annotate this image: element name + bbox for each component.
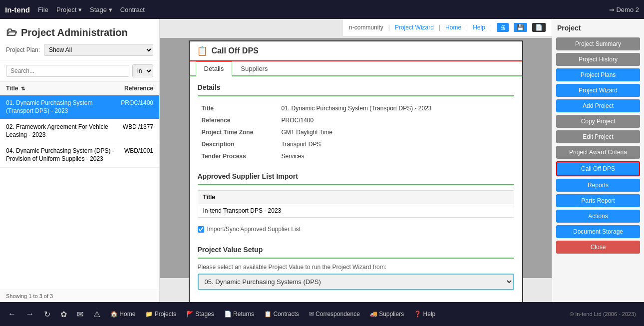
nav-contract[interactable]: Contract <box>120 6 145 13</box>
sidebar-header: 🗁 Project Administration Project Plan: S… <box>0 19 159 60</box>
col-reference: Reference <box>124 85 153 92</box>
document-storage-button[interactable]: Document Storage <box>556 225 640 238</box>
project-title: 02. Framework Agreement For Vehicle Leas… <box>6 123 119 139</box>
actions-button[interactable]: Actions <box>556 210 640 223</box>
modal-backdrop: 📋 Call Off DPS Details Suppliers Details… <box>160 38 552 278</box>
project-value-select[interactable]: 05. Dynamic Purchasing Systems (DPS) <box>198 274 514 290</box>
print-icon[interactable]: 🖨 <box>497 23 509 32</box>
modal-body: Details Title 01. Dynamic Purchasing Sys… <box>190 76 522 302</box>
nav-file[interactable]: File <box>38 6 48 13</box>
nav-project-wizard[interactable]: Project Wizard <box>395 24 434 31</box>
modal-header: 📋 Call Off DPS <box>190 41 522 61</box>
project-item[interactable]: 01. Dynamic Purchasing System (Transport… <box>0 95 159 119</box>
modal-title: Call Off DPS <box>212 46 259 55</box>
file-icon[interactable]: 📄 <box>532 23 546 32</box>
top-right-nav: n-community | Project Wizard | Home | He… <box>343 19 552 36</box>
table-row: Project Time Zone GMT Daylight Time <box>198 126 514 138</box>
details-section-title: Details <box>198 83 514 96</box>
field-value: PROC/1400 <box>278 114 514 126</box>
supplier-section-title: Approved Supplier List Import <box>198 172 514 185</box>
table-row: Title 01. Dynamic Purchasing System (Tra… <box>198 102 514 114</box>
field-label: Reference <box>198 114 278 126</box>
list-footer: Showing 1 to 3 of 3 <box>0 290 159 302</box>
table-row: Tender Process Services <box>198 150 514 162</box>
project-list: 01. Dynamic Purchasing System (Transport… <box>0 95 159 290</box>
parts-report-button[interactable]: Parts Report <box>556 194 640 207</box>
project-value-title: Project Value Setup <box>198 246 514 259</box>
call-off-dps-modal: 📋 Call Off DPS Details Suppliers Details… <box>189 40 523 302</box>
project-ref: PROC/1400 <box>121 99 153 106</box>
top-navigation: In-tend File Project ▾ Stage ▾ Contract … <box>0 0 644 19</box>
project-list-header: Title ⇅ Reference <box>0 82 159 95</box>
nav-stage[interactable]: Stage ▾ <box>90 6 112 13</box>
project-wizard-button[interactable]: Project Wizard <box>556 84 640 97</box>
sync-checkbox-row: Import/Sync Approved Supplier List <box>198 223 514 236</box>
content-area: n-community | Project Wizard | Home | He… <box>160 19 552 302</box>
supplier-col-title: Title <box>198 191 514 204</box>
field-label: Description <box>198 138 278 150</box>
search-bar: in <box>0 60 159 82</box>
add-project-button[interactable]: Add Project <box>556 99 640 112</box>
nav-help[interactable]: Help <box>473 24 485 31</box>
col-title: Title ⇅ <box>6 85 25 92</box>
reports-button[interactable]: Reports <box>556 179 640 192</box>
demo-label: ⇒ Demo 2 <box>609 6 639 13</box>
field-value: Services <box>278 150 514 162</box>
field-label: Title <box>198 102 278 114</box>
project-title: 01. Dynamic Purchasing System (Transport… <box>6 99 117 115</box>
tab-details[interactable]: Details <box>196 61 233 76</box>
sync-checkbox[interactable] <box>198 226 204 233</box>
project-value-label: Please select an available Project Value… <box>198 264 514 271</box>
field-value: Transport DPS <box>278 138 514 150</box>
search-input[interactable] <box>6 65 129 77</box>
nav-project[interactable]: Project ▾ <box>56 6 82 13</box>
table-row: In-tend Transport DPS - 2023 <box>198 204 514 218</box>
details-table: Title 01. Dynamic Purchasing System (Tra… <box>198 102 514 162</box>
nav-community[interactable]: n-community <box>349 24 383 31</box>
left-sidebar: 🗁 Project Administration Project Plan: S… <box>0 19 160 302</box>
tab-suppliers[interactable]: Suppliers <box>232 61 276 76</box>
sidebar-title: 🗁 Project Administration <box>6 26 153 39</box>
project-plan-filter: Project Plan: Show All <box>6 44 153 56</box>
project-summary-button[interactable]: Project Summary <box>556 37 640 50</box>
project-award-criteria-button[interactable]: Project Award Criteria <box>556 146 640 159</box>
call-off-icon: 📋 <box>197 45 208 56</box>
nav-home[interactable]: Home <box>445 24 461 31</box>
project-history-button[interactable]: Project History <box>556 53 640 66</box>
field-value: GMT Daylight Time <box>278 126 514 138</box>
project-item[interactable]: 02. Framework Agreement For Vehicle Leas… <box>0 119 159 143</box>
close-button[interactable]: Close <box>556 241 640 254</box>
sync-label: Import/Sync Approved Supplier List <box>207 226 301 233</box>
save-icon[interactable]: 💾 <box>514 23 527 32</box>
copy-project-button[interactable]: Copy Project <box>556 115 640 128</box>
table-row: Reference PROC/1400 <box>198 114 514 126</box>
project-item[interactable]: 04. Dynamic Purchasing System (DPS) - Pr… <box>0 143 159 167</box>
right-sidebar: Project Project Summary Project History … <box>552 19 644 302</box>
supplier-table: Title In-tend Transport DPS - 2023 <box>198 190 514 218</box>
project-plan-label: Project Plan: <box>6 46 40 53</box>
field-label: Project Time Zone <box>198 126 278 138</box>
folder-icon: 🗁 <box>6 26 17 39</box>
project-title: 04. Dynamic Purchasing System (DPS) - Pr… <box>6 147 120 163</box>
call-off-dps-button[interactable]: Call Off DPS <box>556 161 640 176</box>
supplier-name: In-tend Transport DPS - 2023 <box>198 204 514 218</box>
project-ref: WBD /1377 <box>123 123 153 130</box>
project-value-section: Project Value Setup Please select an ava… <box>198 246 514 290</box>
search-filter-select[interactable]: in <box>132 64 153 77</box>
brand-logo: In-tend <box>5 5 30 14</box>
field-label: Tender Process <box>198 150 278 162</box>
project-plans-button[interactable]: Project Plans <box>556 68 640 81</box>
field-value: 01. Dynamic Purchasing System (Transport… <box>278 102 514 114</box>
project-ref: WBD/1001 <box>124 147 153 154</box>
modal-tabs: Details Suppliers <box>190 61 522 76</box>
project-plan-select[interactable]: Show All <box>44 44 153 56</box>
supplier-import-section: Approved Supplier List Import Title In-t… <box>198 172 514 236</box>
table-row: Description Transport DPS <box>198 138 514 150</box>
right-sidebar-title: Project <box>556 24 640 32</box>
edit-project-button[interactable]: Edit Project <box>556 130 640 143</box>
